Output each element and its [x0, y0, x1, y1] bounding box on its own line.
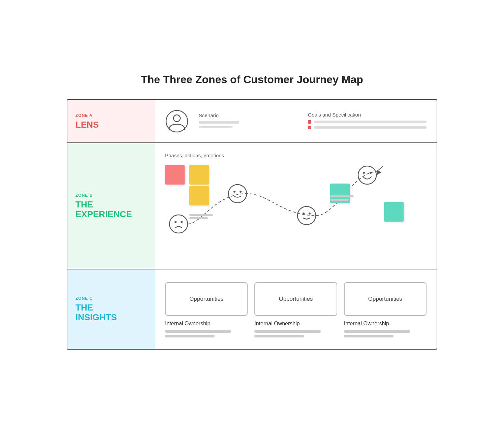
- own-line-3a: [344, 330, 410, 333]
- zone-b-content: Phases, actions, emotions: [155, 143, 437, 269]
- svg-point-13: [358, 166, 376, 184]
- goal-dot-1: [308, 120, 311, 124]
- scenario-block: Scenario: [199, 112, 298, 130]
- sticky-yellow2: [189, 186, 209, 205]
- own-line-2a: [254, 330, 320, 333]
- face-ok-icon: [296, 205, 317, 226]
- journey-map: ZONE A LENS Scenario: [67, 99, 437, 350]
- ownership-label-3: Internal Ownership: [344, 321, 427, 327]
- svg-point-4: [169, 215, 188, 233]
- ownership-lines-3: [344, 330, 427, 339]
- zone-a-label: ZONE A LENS: [67, 100, 155, 142]
- scenario-line-2: [199, 126, 232, 128]
- zone-b-row: ZONE B THEEXPERIENCE Phases, actions, em…: [67, 143, 437, 269]
- opportunities-box-1: Opportunities: [165, 282, 248, 316]
- zone-c-label: ZONE C THEINSIGHTS: [67, 269, 155, 349]
- zone-c-row: ZONE C THEINSIGHTS Opportunities Interna…: [67, 269, 437, 349]
- ownership-label-1: Internal Ownership: [165, 321, 248, 327]
- own-line-1a: [165, 330, 231, 333]
- sticky-teal2: [384, 202, 404, 222]
- experience-area: [165, 165, 427, 259]
- svg-point-1: [174, 115, 180, 122]
- zone-a-content: Scenario Goals and Specification: [155, 100, 437, 142]
- ownership-label-2: Internal Ownership: [254, 321, 337, 327]
- svg-marker-2: [377, 170, 381, 175]
- own-line-2b: [254, 335, 304, 337]
- svg-point-11: [303, 213, 305, 215]
- face-sad-icon: [168, 214, 189, 234]
- zone-a-tag: ZONE A: [75, 113, 147, 118]
- zone-c-tag: ZONE C: [75, 296, 147, 301]
- ownership-lines-2: [254, 330, 337, 339]
- svg-point-15: [370, 172, 372, 174]
- ownership-lines-1: [165, 330, 248, 339]
- svg-point-12: [309, 213, 311, 215]
- zone-b-name: THEEXPERIENCE: [75, 200, 147, 219]
- opportunities-label-2: Opportunities: [279, 296, 313, 302]
- text-lines-2: [330, 195, 354, 203]
- svg-point-10: [297, 206, 316, 225]
- svg-line-3: [377, 166, 383, 172]
- face-happy-icon: [357, 165, 377, 185]
- svg-point-7: [228, 185, 247, 203]
- sticky-pink: [165, 165, 185, 185]
- phases-title: Phases, actions, emotions: [165, 153, 427, 158]
- opportunities-label-3: Opportunities: [368, 296, 402, 302]
- svg-point-9: [240, 191, 242, 193]
- insight-card-1: Opportunities Internal Ownership: [165, 282, 248, 339]
- zone-a-row: ZONE A LENS Scenario: [67, 100, 437, 143]
- goal-bar-2: [314, 126, 427, 129]
- opportunities-label-1: Opportunities: [189, 296, 223, 302]
- goal-line-2: [308, 126, 427, 129]
- zone-c-name: THEINSIGHTS: [75, 303, 147, 322]
- persona-icon: [165, 109, 189, 133]
- goal-line-1: [308, 120, 427, 124]
- zone-c-content-area: Opportunities Internal Ownership Opportu…: [155, 269, 437, 349]
- scenario-title: Scenario: [199, 112, 298, 118]
- opportunities-box-3: Opportunities: [344, 282, 427, 316]
- insights-grid: Opportunities Internal Ownership Opportu…: [165, 279, 427, 339]
- goal-dot-2: [308, 126, 311, 129]
- svg-point-14: [363, 172, 365, 174]
- own-line-1b: [165, 335, 215, 337]
- svg-point-8: [233, 191, 235, 193]
- goals-title: Goals and Specification: [308, 112, 427, 118]
- opportunities-box-2: Opportunities: [254, 282, 337, 316]
- goal-bar-1: [314, 121, 427, 123]
- own-line-3b: [344, 335, 393, 337]
- scenario-line-1: [199, 121, 239, 124]
- zone-b-label: ZONE B THEEXPERIENCE: [67, 143, 155, 269]
- text-lines-1: [189, 214, 213, 221]
- page-container: The Three Zones of Customer Journey Map …: [67, 73, 437, 350]
- zone-b-tag: ZONE B: [75, 193, 147, 198]
- page-title: The Three Zones of Customer Journey Map: [67, 73, 437, 86]
- goals-block: Goals and Specification: [308, 112, 427, 131]
- face-neutral-icon: [227, 184, 248, 204]
- insight-card-2: Opportunities Internal Ownership: [254, 282, 337, 339]
- zone-a-name: LENS: [75, 120, 147, 130]
- svg-point-5: [175, 221, 177, 223]
- svg-point-6: [181, 221, 183, 223]
- sticky-yellow1: [189, 165, 209, 185]
- insight-card-3: Opportunities Internal Ownership: [344, 282, 427, 339]
